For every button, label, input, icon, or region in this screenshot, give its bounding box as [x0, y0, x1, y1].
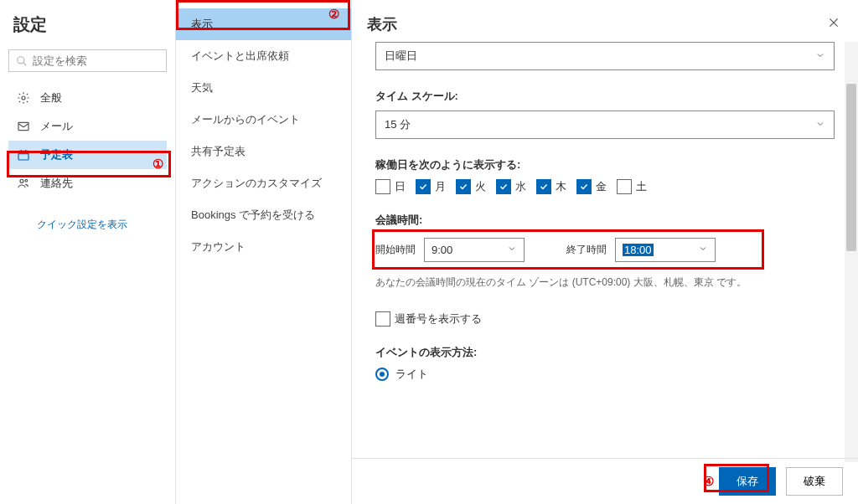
- chevron-down-icon: [507, 244, 517, 256]
- svg-line-1: [23, 62, 27, 65]
- scrollbar-thumb[interactable]: [846, 84, 856, 251]
- first-day-value: 日曜日: [385, 49, 417, 64]
- end-time-value: 18:00: [623, 244, 654, 256]
- mail-icon: [17, 120, 30, 133]
- subnav-shared[interactable]: 共有予定表: [176, 136, 351, 167]
- workday-checkbox[interactable]: 水: [496, 179, 526, 194]
- panel-title: 表示: [367, 14, 824, 34]
- svg-point-8: [20, 179, 23, 183]
- annotation-badge-1: ①: [152, 157, 163, 172]
- workdays-label: 稼働日を次のように表示する:: [375, 157, 835, 172]
- time-scale-select[interactable]: 15 分: [375, 111, 835, 139]
- workday-label: 月: [435, 179, 446, 194]
- settings-title: 設定: [13, 13, 162, 36]
- annotation-badge-2: ②: [328, 7, 339, 22]
- subnav-customize[interactable]: アクションのカスタマイズ: [176, 167, 351, 199]
- checkbox-icon: [416, 179, 431, 194]
- subnav-events[interactable]: イベントと出席依頼: [176, 40, 351, 72]
- time-scale-value: 15 分: [385, 117, 411, 132]
- subnav-view[interactable]: 表示: [176, 8, 351, 40]
- workday-checkbox[interactable]: 木: [536, 179, 566, 194]
- week-numbers-checkbox[interactable]: 週番号を表示する: [375, 311, 835, 327]
- week-numbers-label: 週番号を表示する: [395, 311, 482, 327]
- meeting-hours-label: 会議時間:: [375, 213, 835, 228]
- workday-checkbox[interactable]: 土: [617, 179, 647, 194]
- quick-settings-link[interactable]: クイック設定を表示: [37, 218, 167, 232]
- checkbox-icon: [456, 179, 471, 194]
- end-time-label: 終了時間: [566, 243, 607, 257]
- end-time-select[interactable]: 18:00: [615, 238, 716, 262]
- radio-icon: [375, 368, 389, 381]
- workday-checkbox[interactable]: 火: [456, 179, 486, 194]
- start-time-select[interactable]: 9:00: [424, 238, 525, 262]
- subnav-weather[interactable]: 天気: [176, 72, 351, 104]
- category-calendar[interactable]: 予定表: [8, 141, 167, 169]
- gear-icon: [17, 91, 30, 105]
- subnav-account[interactable]: アカウント: [176, 231, 351, 263]
- category-general[interactable]: 全般: [8, 84, 167, 112]
- subnav-bookings[interactable]: Bookings で予約を受ける: [176, 199, 351, 231]
- checkbox-icon: [496, 179, 511, 194]
- category-label: 連絡先: [40, 176, 158, 191]
- workday-label: 日: [395, 179, 406, 194]
- annotation-badge-4: ④: [703, 474, 714, 489]
- start-time-label: 開始時間: [375, 243, 416, 257]
- svg-point-0: [18, 56, 24, 63]
- category-label: メール: [40, 119, 158, 134]
- workday-checkbox[interactable]: 日: [375, 179, 406, 194]
- checkbox-icon: [375, 311, 390, 327]
- workday-label: 木: [556, 179, 566, 194]
- timezone-note: あなたの会議時間の現在のタイム ゾーンは (UTC+09:00) 大阪、札幌、東…: [375, 275, 835, 290]
- vertical-scrollbar[interactable]: [845, 42, 858, 462]
- checkbox-icon: [536, 179, 551, 194]
- category-label: 予定表: [40, 147, 158, 162]
- event-style-label: イベントの表示方法:: [375, 345, 835, 360]
- discard-button[interactable]: 破棄: [786, 467, 843, 496]
- event-style-light[interactable]: ライト: [375, 367, 835, 382]
- search-icon: [16, 55, 28, 67]
- chevron-down-icon: [698, 244, 708, 256]
- svg-point-2: [22, 96, 25, 100]
- first-day-select[interactable]: 日曜日: [375, 42, 835, 70]
- save-button[interactable]: 保存: [719, 467, 776, 496]
- svg-rect-4: [18, 151, 28, 160]
- time-scale-label: タイム スケール:: [375, 89, 835, 104]
- checkbox-icon: [617, 179, 632, 194]
- people-icon: [17, 177, 30, 190]
- checkbox-icon: [375, 179, 390, 194]
- workday-checkbox[interactable]: 金: [576, 179, 607, 194]
- workday-label: 火: [475, 179, 486, 194]
- category-mail[interactable]: メール: [8, 112, 167, 141]
- calendar-icon: [17, 148, 30, 162]
- workdays-row: 日月火水木金土: [375, 179, 835, 194]
- chevron-down-icon: [815, 119, 825, 131]
- close-button[interactable]: [824, 13, 843, 35]
- category-label: 全般: [40, 90, 158, 105]
- workday-label: 水: [515, 179, 526, 194]
- workday-checkbox[interactable]: 月: [416, 179, 446, 194]
- workday-label: 土: [636, 179, 647, 194]
- svg-point-9: [25, 179, 28, 182]
- workday-label: 金: [596, 179, 607, 194]
- subnav-from-mail[interactable]: メールからのイベント: [176, 104, 351, 136]
- event-style-option: ライト: [395, 367, 428, 382]
- search-input[interactable]: [33, 54, 159, 67]
- search-input-wrap[interactable]: [8, 49, 167, 72]
- checkbox-icon: [576, 179, 592, 194]
- chevron-down-icon: [815, 50, 825, 63]
- category-people[interactable]: 連絡先: [8, 169, 167, 198]
- start-time-value: 9:00: [432, 244, 452, 256]
- close-icon: [828, 17, 840, 28]
